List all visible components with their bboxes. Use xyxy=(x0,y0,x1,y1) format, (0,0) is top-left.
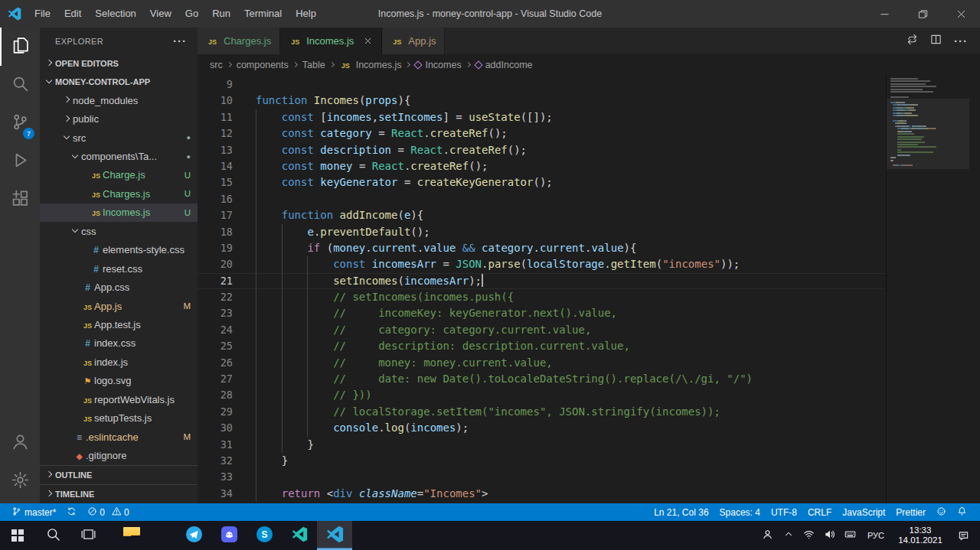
tree-item-setuptests-js[interactable]: JSsetupTests.js xyxy=(40,408,198,427)
activity-bar-item-search[interactable] xyxy=(0,66,40,104)
notification-center-icon[interactable] xyxy=(949,521,977,550)
activity-bar-item-settings[interactable] xyxy=(0,462,40,500)
code-line-34[interactable]: 34 return <div className="Incomes"> xyxy=(198,486,885,502)
tree-item-src[interactable]: src● xyxy=(40,129,198,147)
status-notifications[interactable] xyxy=(952,503,972,521)
tab-incomes-js[interactable]: JSIncomes.js xyxy=(280,28,382,54)
code-line-13[interactable]: 13 const description = React.createRef()… xyxy=(198,142,885,158)
tree-item-reportwebvitals-js[interactable]: JSreportWebVitals.js xyxy=(40,390,198,408)
close-tab-icon[interactable] xyxy=(363,36,373,46)
taskbar-telegram-button[interactable] xyxy=(176,521,211,550)
clock[interactable]: 13:33 14.01.2021 xyxy=(891,526,949,546)
code-line-19[interactable]: 19 if (money.current.value && category.c… xyxy=(198,240,885,256)
tray-people[interactable] xyxy=(757,521,778,550)
editor[interactable]: 910function Incomes(props){11 const [inc… xyxy=(198,75,980,503)
status-formatter[interactable]: Prettier xyxy=(890,503,931,521)
breadcrumb-src[interactable]: src xyxy=(210,60,223,70)
menu-file[interactable]: File xyxy=(28,0,57,28)
taskbar-vscode-button[interactable] xyxy=(317,521,352,550)
tree-item-charges-js[interactable]: JSCharges.jsU xyxy=(40,184,198,203)
tab-app-js[interactable]: JSApp.js xyxy=(382,28,445,54)
code-line-33[interactable]: 33 xyxy=(198,469,885,485)
tree-item-index-css[interactable]: #index.css xyxy=(40,334,198,353)
tree-item-charge-js[interactable]: JSCharge.jsU xyxy=(40,166,198,184)
code-line-27[interactable]: 27 // date: new Date().toLocaleDateStrin… xyxy=(198,371,885,387)
tree-item-gitignore[interactable]: ◆.gitignore xyxy=(40,446,198,464)
tray-network[interactable] xyxy=(799,521,819,550)
activity-bar-item-explorer[interactable] xyxy=(0,28,40,66)
taskbar-search-button[interactable] xyxy=(35,521,70,550)
code-line-16[interactable]: 16 xyxy=(198,191,885,207)
code-line-28[interactable]: 28 // })) xyxy=(198,387,885,403)
code-line-26[interactable]: 26 // money: money.current.value, xyxy=(198,355,885,371)
menu-help[interactable]: Help xyxy=(289,0,323,28)
tree-item-node-modules[interactable]: node_modules xyxy=(40,91,198,109)
status-sync[interactable] xyxy=(61,503,82,521)
menu-view[interactable]: View xyxy=(143,0,178,28)
taskbar-file-explorer-button[interactable] xyxy=(106,521,141,550)
taskbar-chrome-button[interactable] xyxy=(141,521,176,550)
tray-hidden-icons[interactable] xyxy=(778,521,799,550)
code-line-20[interactable]: 20 const incomesArr = JSON.parse(localSt… xyxy=(198,256,885,272)
code-line-31[interactable]: 31 } xyxy=(198,437,885,453)
project-section[interactable]: MONEY-CONTROL-APP xyxy=(40,73,198,91)
status-eol[interactable]: CRLF xyxy=(802,503,837,521)
tree-item-index-js[interactable]: JSindex.js xyxy=(40,353,198,371)
status-cursor-position[interactable]: Ln 21, Col 36 xyxy=(648,503,714,521)
open-changes-icon[interactable] xyxy=(906,34,918,48)
code-line-22[interactable]: 22 // setIncomes(incomes.push({ xyxy=(198,289,885,305)
tree-item-css[interactable]: css xyxy=(40,222,198,240)
tree-item-public[interactable]: public xyxy=(40,109,198,128)
code-line-10[interactable]: 10function Incomes(props){ xyxy=(198,93,885,109)
code-line-29[interactable]: 29 // localStorage.setItem("incomes", JS… xyxy=(198,404,885,420)
split-editor-icon[interactable] xyxy=(930,34,942,48)
activity-bar-item-extensions[interactable] xyxy=(0,181,40,219)
code-line-11[interactable]: 11 const [incomes,setIncomes] = useState… xyxy=(198,109,885,125)
tree-item-elements-style-css[interactable]: #elements-style.css xyxy=(40,241,198,259)
activity-bar-item-run-and-debug[interactable] xyxy=(0,142,40,181)
breadcrumb-incomes-js[interactable]: JSIncomes.js xyxy=(339,60,402,70)
open-editors-section[interactable]: OPEN EDITORS xyxy=(40,54,198,73)
breadcrumb-addincome[interactable]: addIncome xyxy=(475,60,533,70)
tree-item-app-test-js[interactable]: JSApp.test.js xyxy=(40,315,198,334)
code-lines[interactable]: 910function Incomes(props){11 const [inc… xyxy=(198,75,885,503)
breadcrumb-components[interactable]: components xyxy=(237,60,289,70)
more-actions-icon[interactable]: ··· xyxy=(173,37,187,45)
status-git-branch[interactable]: master* xyxy=(6,503,61,521)
tree-item-app-css[interactable]: #App.css xyxy=(40,278,198,296)
code-line-14[interactable]: 14 const money = React.createRef(); xyxy=(198,158,885,174)
code-line-23[interactable]: 23 // incomeKey: keyGenerator.next().val… xyxy=(198,305,885,321)
tray-volume[interactable] xyxy=(819,521,840,550)
menu-terminal[interactable]: Terminal xyxy=(237,0,289,28)
taskbar-discord-button[interactable] xyxy=(211,521,247,550)
menu-selection[interactable]: Selection xyxy=(88,0,142,28)
outline-section[interactable]: OUTLINE xyxy=(40,465,198,484)
code-line-15[interactable]: 15 const keyGenerator = createKeyGenerat… xyxy=(198,174,885,190)
minimap[interactable] xyxy=(886,75,969,503)
minimize-icon[interactable] xyxy=(865,0,903,28)
tab-charges-js[interactable]: JSCharges.js xyxy=(198,28,280,54)
breadcrumb-incomes[interactable]: Incomes xyxy=(415,60,461,70)
tree-item-incomes-js[interactable]: JSIncomes.jsU xyxy=(40,203,198,222)
taskbar-skype-button[interactable]: S xyxy=(247,521,282,550)
code-line-17[interactable]: 17 function addIncome(e){ xyxy=(198,207,885,223)
input-language[interactable]: РУС xyxy=(861,531,891,540)
tray-touch-keyboard[interactable] xyxy=(840,521,861,550)
timeline-section[interactable]: TIMELINE xyxy=(40,484,198,503)
status-encoding[interactable]: UTF-8 xyxy=(766,503,802,521)
code-line-12[interactable]: 12 const category = React.createRef(); xyxy=(198,125,885,142)
minimap-slider[interactable] xyxy=(887,99,969,169)
tree-item-reset-css[interactable]: #reset.css xyxy=(40,259,198,278)
activity-bar-item-accounts[interactable] xyxy=(0,424,40,462)
status-indentation[interactable]: Spaces: 4 xyxy=(714,503,766,521)
menu-go[interactable]: Go xyxy=(178,0,205,28)
activity-bar-item-source-control[interactable]: 7 xyxy=(0,104,40,142)
restore-icon[interactable] xyxy=(903,0,942,28)
code-line-30[interactable]: 30 console.log(incomes); xyxy=(198,420,885,436)
menu-edit[interactable]: Edit xyxy=(57,0,88,28)
status-language-mode[interactable]: JavaScript xyxy=(837,503,890,521)
code-line-25[interactable]: 25 // description: description.current.v… xyxy=(198,338,885,354)
close-icon[interactable] xyxy=(942,0,980,28)
taskbar-start-button[interactable] xyxy=(0,521,35,550)
taskbar-code-insiders-button[interactable] xyxy=(282,521,317,550)
